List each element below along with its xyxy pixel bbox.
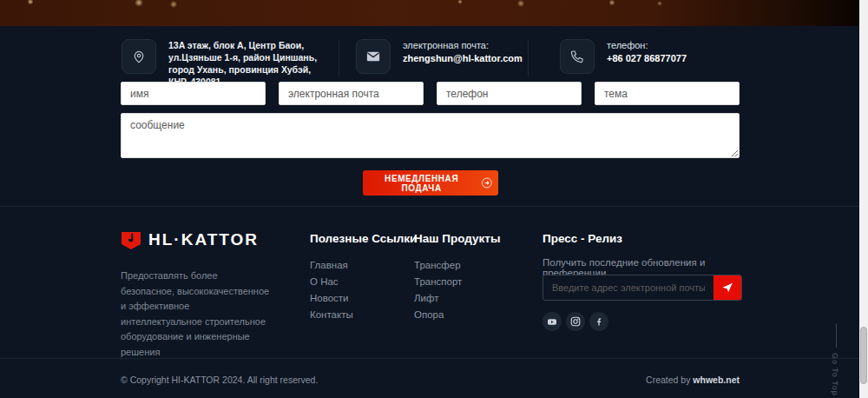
footer-link-transport[interactable]: Транспорт [414,274,462,290]
submit-label: НЕМЕДЛЕННАЯ ПОДАЧА [368,174,475,193]
address-text: 13A этаж, блок А, Центр Баои, ул.Цзяньше… [168,39,326,88]
products-column-title: Наш Продукты [414,232,500,245]
phone-block: телефон: +86 027 86877077 [607,39,687,65]
page-footer: 13A этаж, блок А, Центр Баои, ул.Цзяньше… [0,0,868,398]
press-column-title: Пресс - Релиз [542,232,622,245]
facebook-icon [594,316,604,327]
scrollbar-thumb[interactable] [860,327,867,384]
footer-link-about[interactable]: О Нас [310,274,353,290]
hero-image-strip [0,0,868,26]
footer-link-transfer[interactable]: Трансфер [414,257,462,274]
credit-prefix: Created by [646,375,693,385]
contact-address: 13A этаж, блок А, Центр Баои, ул.Цзяньше… [122,39,326,88]
message-textarea[interactable] [121,113,740,158]
links-column-list: Главная О Нас Новости Контакты [310,257,353,323]
bottom-divider [0,358,868,359]
contact-divider [339,39,339,76]
credit-link[interactable]: whweb.net [693,375,740,385]
submit-button[interactable]: НЕМЕДЛЕННАЯ ПОДАЧА [363,170,498,196]
contact-email: электронная почта: zhengshun@hl-kattor.c… [356,39,523,74]
paper-plane-icon [721,282,733,294]
subject-input[interactable] [595,82,740,105]
go-to-top-line [836,323,837,348]
contact-phone: телефон: +86 027 86877077 [560,39,687,74]
copyright-text: © Copyright HI-KATTOR 2024. All right re… [121,375,318,385]
footer-link-news[interactable]: Новости [310,290,353,307]
instagram-button[interactable] [566,312,585,331]
envelope-icon [356,39,391,74]
name-input[interactable] [121,82,266,105]
links-column-title: Полезные Ссылки [310,232,417,245]
email-block: электронная почта: zhengshun@hl-kattor.c… [403,39,523,65]
brand-description: Предоставлять более безопасное, высокока… [121,269,273,360]
circle-arrow-right-icon [481,176,493,189]
phone-icon [560,39,595,74]
youtube-button[interactable] [542,312,562,331]
section-divider [0,206,868,207]
footer-link-lift[interactable]: Лифт [414,290,462,307]
newsletter-form [542,275,742,301]
email-input[interactable] [279,82,424,105]
footer-link-home[interactable]: Главная [310,257,353,274]
email-label: электронная почта: [403,39,523,52]
phone-label: телефон: [607,39,687,52]
brand-logo-icon [121,230,141,249]
phone-value[interactable]: +86 027 86877077 [607,52,687,65]
social-links [542,312,608,331]
brand-logo[interactable]: HL·KATTOR [121,230,259,249]
facebook-button[interactable] [589,312,608,331]
newsletter-send-button[interactable] [713,275,741,300]
brand-logo-text: HL·KATTOR [148,230,259,249]
footer-link-contacts[interactable]: Контакты [310,307,353,323]
location-pin-icon [122,39,156,74]
contact-divider [528,39,529,76]
footer-link-support[interactable]: Опора [414,307,462,323]
go-to-top-label: Go To Top [831,353,839,396]
instagram-icon [570,316,581,327]
email-value[interactable]: zhengshun@hl-kattor.com [403,52,523,65]
products-column-list: Трансфер Транспорт Лифт Опора [414,257,462,323]
phone-input[interactable] [437,82,582,105]
youtube-icon [547,316,557,327]
credit-text: Created by whweb.net [646,375,740,385]
newsletter-email-input[interactable] [543,275,713,300]
